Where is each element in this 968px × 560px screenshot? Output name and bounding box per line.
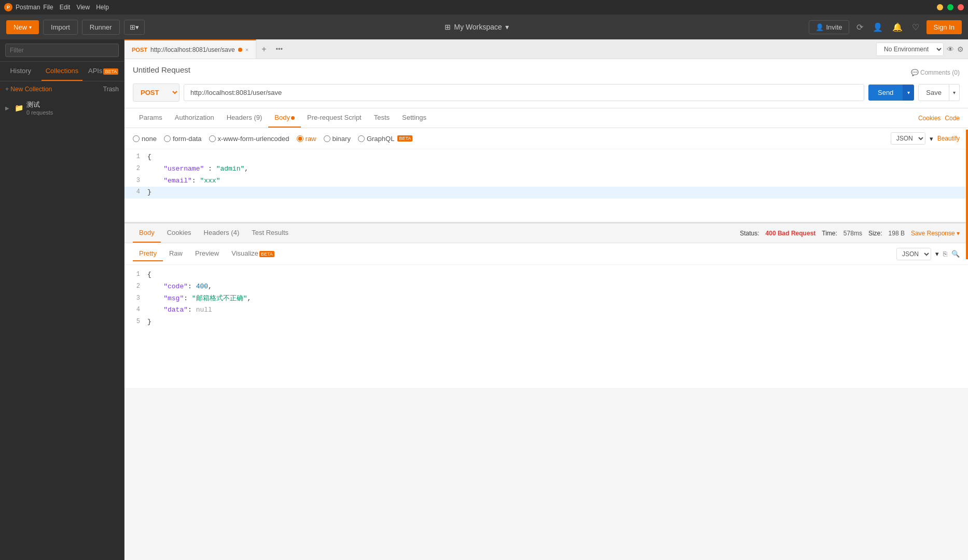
save-button[interactable]: Save bbox=[918, 84, 949, 101]
menu-edit[interactable]: Edit bbox=[60, 4, 71, 11]
response-tab-headers[interactable]: Headers (4) bbox=[198, 223, 246, 243]
body-option-urlencoded[interactable]: x-www-form-urlencoded bbox=[209, 135, 289, 143]
search-response-icon[interactable]: 🔍 bbox=[951, 250, 960, 258]
save-dropdown-button[interactable]: ▾ bbox=[949, 84, 960, 101]
response-format-select[interactable]: JSON bbox=[896, 248, 931, 260]
env-settings-icon[interactable]: ⚙ bbox=[957, 45, 964, 53]
resp-tab-raw[interactable]: Raw bbox=[163, 246, 189, 261]
heart-icon[interactable]: ♡ bbox=[910, 20, 921, 34]
collection-name: 测试 bbox=[26, 100, 53, 109]
response-area: Body Cookies Headers (4) Test Results St… bbox=[125, 222, 968, 388]
main-layout: History Collections APIsBETA + New Colle… bbox=[0, 39, 968, 560]
menu-help[interactable]: Help bbox=[96, 4, 109, 11]
request-tab-0[interactable]: POST http://localhost:8081/user/save × bbox=[125, 39, 256, 59]
request-area: Untitled Request 💬 Comments (0) POST Sen… bbox=[125, 59, 968, 108]
comments-button[interactable]: 💬 Comments (0) bbox=[911, 69, 960, 76]
request-tabs-bar: POST http://localhost:8081/user/save × +… bbox=[125, 39, 968, 59]
req-tab-settings[interactable]: Settings bbox=[396, 108, 433, 128]
response-format-arrow: ▾ bbox=[935, 250, 939, 258]
content-area: POST http://localhost:8081/user/save × +… bbox=[125, 39, 968, 560]
toolbar-right: 👤 Invite ⟳ 👤 🔔 ♡ Sign In bbox=[809, 20, 962, 34]
method-select[interactable]: POST bbox=[133, 83, 179, 102]
workspace-dropdown-icon: ▾ bbox=[505, 23, 509, 31]
import-button[interactable]: Import bbox=[43, 20, 78, 35]
size-label: Size: bbox=[868, 230, 882, 237]
tab-method: POST bbox=[132, 47, 147, 53]
url-input[interactable] bbox=[184, 84, 864, 101]
response-tab-cookies[interactable]: Cookies bbox=[161, 223, 198, 243]
layout-button[interactable]: ⊞▾ bbox=[124, 20, 145, 35]
env-eye-icon[interactable]: 👁 bbox=[947, 45, 954, 53]
menu-file[interactable]: File bbox=[43, 4, 53, 11]
collection-info: 测试 0 requests bbox=[26, 100, 53, 116]
body-option-raw[interactable]: raw bbox=[297, 135, 316, 143]
body-option-none[interactable]: none bbox=[133, 135, 157, 143]
sidebar-tab-collections[interactable]: Collections bbox=[42, 62, 83, 81]
collection-item-0[interactable]: ▶ 📁 测试 0 requests bbox=[0, 97, 124, 119]
req-tab-prerequest[interactable]: Pre-request Script bbox=[301, 108, 368, 128]
body-option-binary[interactable]: binary bbox=[324, 135, 351, 143]
req-tab-authorization[interactable]: Authorization bbox=[169, 108, 220, 128]
body-options: none form-data x-www-form-urlencoded raw… bbox=[125, 128, 968, 149]
req-tab-tests[interactable]: Tests bbox=[368, 108, 396, 128]
response-body-content: 1 { 2 "code": 400, 3 "msg": "邮箱格式不正确", bbox=[125, 265, 968, 388]
user-icon[interactable]: 👤 bbox=[870, 20, 885, 34]
code-line-3: 3 "email": "xxx" bbox=[125, 175, 968, 187]
minimize-button[interactable]: − bbox=[937, 4, 943, 10]
sidebar-tab-history[interactable]: History bbox=[0, 62, 42, 81]
invite-button[interactable]: 👤 Invite bbox=[809, 20, 849, 34]
tab-close-icon[interactable]: × bbox=[245, 47, 248, 53]
workspace-button[interactable]: ⊞ My Workspace ▾ bbox=[445, 23, 508, 31]
sign-in-button[interactable]: Sign In bbox=[926, 20, 962, 34]
req-tab-params[interactable]: Params bbox=[133, 108, 169, 128]
environment-dropdown[interactable]: No Environment bbox=[876, 43, 944, 56]
req-tab-body[interactable]: Body bbox=[268, 108, 301, 128]
new-button[interactable]: New ▾ bbox=[6, 20, 39, 34]
response-tab-body[interactable]: Body bbox=[133, 223, 161, 243]
resp-line-1: 1 { bbox=[125, 269, 968, 281]
close-button[interactable]: × bbox=[958, 4, 964, 10]
body-option-graphql[interactable]: GraphQLBETA bbox=[358, 135, 412, 143]
trash-button[interactable]: Trash bbox=[103, 86, 119, 93]
request-nav-tabs: Params Authorization Headers (9) Body Pr… bbox=[125, 108, 968, 128]
resp-tab-pretty[interactable]: Pretty bbox=[133, 246, 163, 261]
sidebar-tab-apis[interactable]: APIsBETA bbox=[82, 62, 124, 81]
resp-tab-preview[interactable]: Preview bbox=[189, 246, 225, 261]
tabs-more-button[interactable]: ••• bbox=[272, 39, 287, 59]
body-option-formdata[interactable]: form-data bbox=[164, 135, 202, 143]
runner-button[interactable]: Runner bbox=[82, 20, 120, 35]
send-dropdown-button[interactable]: ▾ bbox=[903, 85, 914, 101]
request-line: POST Send ▾ Save ▾ bbox=[133, 83, 960, 102]
new-dropdown-arrow: ▾ bbox=[29, 24, 32, 30]
save-response-button[interactable]: Save Response ▾ bbox=[911, 230, 960, 237]
maximize-button[interactable]: □ bbox=[947, 4, 953, 10]
body-right-controls: JSON ▾ Beautify bbox=[891, 132, 960, 145]
collection-folder-icon: 📁 bbox=[15, 104, 23, 112]
size-value: 198 B bbox=[889, 230, 905, 237]
sync-icon[interactable]: ⟳ bbox=[854, 20, 865, 34]
req-tab-headers[interactable]: Headers (9) bbox=[220, 108, 269, 128]
copy-response-icon[interactable]: ⎘ bbox=[943, 250, 947, 258]
request-title: Untitled Request bbox=[133, 65, 190, 74]
new-tab-button[interactable]: + bbox=[256, 39, 271, 59]
format-dropdown-icon: ▾ bbox=[930, 135, 933, 143]
sidebar-actions: + New Collection Trash bbox=[0, 81, 124, 97]
time-value: 578ms bbox=[843, 230, 862, 237]
cookies-link[interactable]: Cookies bbox=[918, 115, 941, 122]
response-tab-testresults[interactable]: Test Results bbox=[245, 223, 295, 243]
code-link[interactable]: Code bbox=[945, 115, 960, 122]
request-body-editor[interactable]: 1 { 2 "username" : "admin", 3 "email": "… bbox=[125, 149, 968, 222]
search-input[interactable] bbox=[5, 44, 119, 57]
send-button[interactable]: Send bbox=[868, 85, 903, 101]
notifications-icon[interactable]: 🔔 bbox=[890, 20, 905, 34]
status-code: 400 Bad Request bbox=[766, 230, 816, 237]
format-select[interactable]: JSON bbox=[891, 132, 925, 145]
environment-selector: No Environment 👁 ⚙ bbox=[876, 43, 968, 56]
beautify-button[interactable]: Beautify bbox=[937, 135, 960, 142]
time-label: Time: bbox=[822, 230, 837, 237]
resp-tab-visualize[interactable]: VisualizeBETA bbox=[225, 246, 281, 261]
response-tabs-bar: Body Cookies Headers (4) Test Results St… bbox=[125, 223, 968, 243]
orange-accent-stripe bbox=[966, 130, 968, 259]
menu-view[interactable]: View bbox=[76, 4, 90, 11]
new-collection-button[interactable]: + New Collection bbox=[5, 86, 52, 93]
